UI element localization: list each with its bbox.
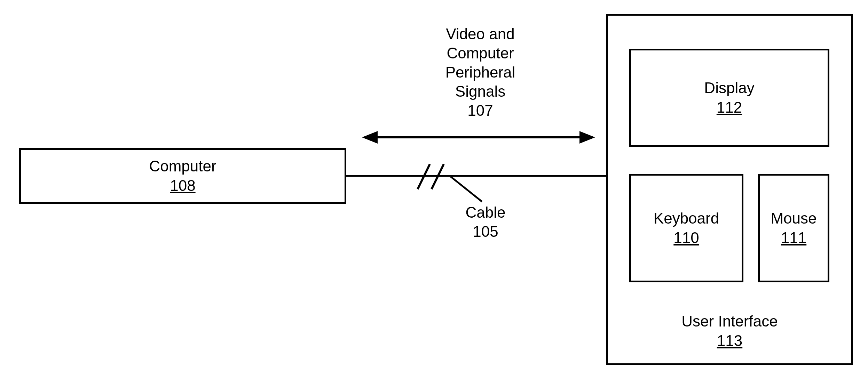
svg-line-3 <box>418 164 430 189</box>
signals-label: Video and Computer Peripheral Signals 10… <box>407 24 553 120</box>
mouse-box: Mouse 111 <box>758 174 829 282</box>
signals-line4: Signals <box>407 82 553 101</box>
signals-line1: Video and <box>407 24 553 43</box>
keyboard-title: Keyboard <box>654 210 719 227</box>
double-arrow-icon <box>362 131 595 144</box>
keyboard-box: Keyboard 110 <box>629 174 743 282</box>
diagram-canvas: Computer 108 User Interface 113 Display … <box>0 0 868 379</box>
keyboard-number: 110 <box>673 229 699 247</box>
svg-line-4 <box>432 164 444 189</box>
user-interface-title: User Interface <box>681 313 778 330</box>
computer-box: Computer 108 <box>19 148 346 204</box>
cable-label: Cable 105 <box>444 203 527 241</box>
display-title: Display <box>704 79 754 97</box>
cable-break-icon <box>418 164 444 189</box>
cable-title: Cable <box>444 203 527 222</box>
signals-line2: Computer <box>407 43 553 63</box>
computer-number: 108 <box>170 177 195 194</box>
cable-number: 105 <box>444 222 527 241</box>
computer-title: Computer <box>149 158 216 175</box>
svg-marker-1 <box>362 131 378 144</box>
svg-marker-2 <box>579 131 595 144</box>
signals-line3: Peripheral <box>407 63 553 82</box>
mouse-title: Mouse <box>771 210 816 227</box>
display-number: 112 <box>717 99 742 116</box>
display-box: Display 112 <box>629 49 829 147</box>
cable-leader-line <box>451 177 482 202</box>
signals-number: 107 <box>407 101 553 120</box>
user-interface-number: 113 <box>717 332 742 349</box>
mouse-number: 111 <box>781 229 806 247</box>
